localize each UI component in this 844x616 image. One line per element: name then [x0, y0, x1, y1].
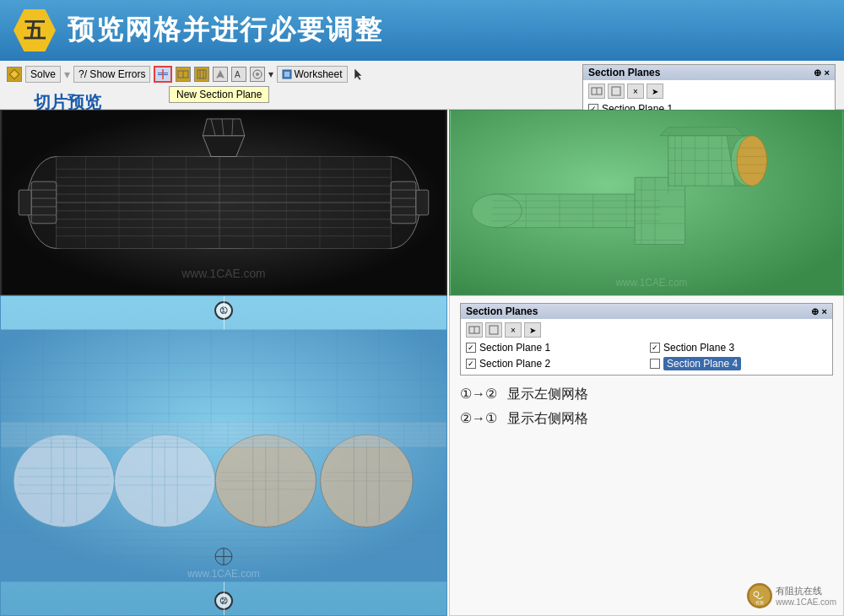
svg-text:www.1CAE.com: www.1CAE.com	[181, 267, 265, 280]
sp-b2-label: Section Plane 2	[479, 358, 550, 370]
info-line-1: ①→② 显示左侧网格	[460, 382, 833, 407]
close-icon-top[interactable]: ×	[825, 68, 830, 78]
panel-controls-bottom: ⊕ ×	[811, 306, 827, 317]
svg-point-176	[737, 136, 767, 186]
panel-tool-b1[interactable]	[466, 322, 483, 338]
sp-b3-checkbox[interactable]	[650, 343, 660, 353]
watermark: 有限 有阻抗在线 www.1CAE.com	[747, 583, 836, 608]
section-planes-bottom-panel: Section Planes ⊕ ×	[460, 303, 833, 376]
panel-title-top: Section Planes	[588, 67, 660, 78]
section-plane-item-b3: Section Plane 3	[650, 341, 827, 354]
svg-rect-48	[31, 181, 57, 224]
panel-tool-delete[interactable]: ×	[627, 84, 644, 99]
panel-title-bottom: Section Planes	[466, 305, 538, 317]
cursor-icon	[351, 67, 366, 82]
toolbar-icon-4[interactable]	[213, 67, 228, 82]
toolbar-arrow: ▾	[268, 68, 273, 80]
info-icon-2: ②→①	[460, 411, 497, 425]
info-icon-1: ①→②	[460, 386, 497, 401]
panel-header-top: Section Planes ⊕ ×	[583, 65, 835, 80]
watermark-logo: 有限	[747, 583, 772, 608]
show-errors-button[interactable]: ?/ Show Errors	[73, 66, 150, 83]
sp-b2-checkbox[interactable]	[466, 359, 476, 369]
section-view: ① ② 左 右	[0, 295, 447, 616]
solve-button[interactable]: Solve	[25, 66, 61, 83]
solve-icon	[7, 67, 22, 82]
info-panel: Section Planes ⊕ ×	[449, 295, 844, 616]
toolbar-row: Solve ▾ ?/ Show Errors	[7, 64, 366, 83]
svg-text:www.1CAE.com: www.1CAE.com	[614, 277, 687, 289]
svg-text:A: A	[235, 70, 241, 79]
tooltip-box: New Section Plane	[169, 86, 269, 103]
section-planes-grid: Section Plane 1 Section Plane 3 Section …	[466, 341, 827, 371]
svg-point-152	[472, 194, 522, 228]
section-plane-item-b4: Section Plane 4	[650, 356, 827, 371]
pin-icon-bottom[interactable]: ⊕	[811, 306, 819, 317]
svg-text:www.1CAE.com: www.1CAE.com	[187, 568, 260, 580]
toolbar-icon-6[interactable]	[250, 67, 265, 82]
toolbar-area: Solve ▾ ?/ Show Errors	[0, 61, 844, 110]
svg-point-12	[256, 73, 259, 76]
left-column: www.1CAE.com ① ② 左 右	[0, 110, 447, 616]
right-column: www.1CAE.com Section Planes ⊕ ×	[447, 110, 844, 616]
panel-toolbar-top: × ➤	[588, 84, 830, 99]
panel-tool-b-delete[interactable]: ×	[505, 322, 522, 338]
svg-marker-147	[635, 177, 684, 244]
light-mesh-view: www.1CAE.com	[449, 110, 844, 295]
toolbar-separator: ▾	[64, 68, 70, 81]
info-line-2: ②→① 显示右侧网格	[460, 407, 833, 431]
sp-b1-checkbox[interactable]	[466, 343, 476, 353]
panel-controls-top: ⊕ ×	[814, 68, 830, 78]
new-section-plane-icon[interactable]	[154, 66, 172, 83]
close-icon-bottom[interactable]: ×	[822, 306, 827, 316]
watermark-text: 有阻抗在线 www.1CAE.com	[776, 585, 836, 607]
sp-b4-label: Section Plane 4	[663, 357, 741, 370]
worksheet-button[interactable]: Worksheet	[277, 66, 347, 83]
panel-body-bottom: × ➤ Section Plane 1 Section Plane 3	[461, 319, 832, 375]
main-content: www.1CAE.com ① ② 左 右	[0, 110, 844, 616]
panel-tool-b2[interactable]	[485, 322, 502, 338]
panel-tool-2[interactable]	[608, 84, 625, 99]
section-plane-item-b2: Section Plane 2	[466, 356, 643, 371]
toolbar-icon-3[interactable]	[194, 67, 209, 82]
svg-rect-7	[197, 70, 206, 78]
section-plane-item-b1: Section Plane 1	[466, 341, 643, 354]
header-title: 预览网格并进行必要调整	[68, 12, 383, 49]
svg-rect-54	[391, 181, 416, 224]
toolbar-icon-2[interactable]	[176, 67, 191, 82]
svg-text:有限: 有限	[755, 600, 764, 605]
svg-rect-184	[490, 326, 498, 334]
header: 五 预览网格并进行必要调整	[0, 0, 844, 61]
svg-rect-49	[19, 190, 31, 215]
panel-tool-b-arrow[interactable]: ➤	[524, 322, 541, 338]
pin-icon-top[interactable]: ⊕	[814, 68, 821, 78]
info-text-1: 显示左侧网格	[507, 386, 588, 401]
panel-tool-arrow[interactable]: ➤	[647, 84, 663, 99]
sp-b1-label: Section Plane 1	[479, 342, 550, 354]
panel-toolbar-bottom: × ➤	[466, 322, 827, 338]
sp-b3-label: Section Plane 3	[663, 342, 734, 354]
info-text: ①→② 显示左侧网格 ②→① 显示右侧网格	[460, 382, 833, 431]
dark-mesh-view: www.1CAE.com	[0, 110, 447, 295]
panel-header-bottom: Section Planes ⊕ ×	[461, 304, 832, 319]
info-text-2: 显示右侧网格	[507, 411, 588, 425]
header-badge: 五	[14, 9, 56, 51]
svg-rect-19	[612, 87, 620, 95]
svg-marker-149	[660, 127, 744, 136]
panel-tool-1[interactable]	[588, 84, 605, 99]
sp-b4-checkbox[interactable]	[650, 359, 660, 369]
svg-rect-55	[416, 190, 429, 215]
toolbar-icon-5[interactable]: A	[231, 67, 246, 82]
